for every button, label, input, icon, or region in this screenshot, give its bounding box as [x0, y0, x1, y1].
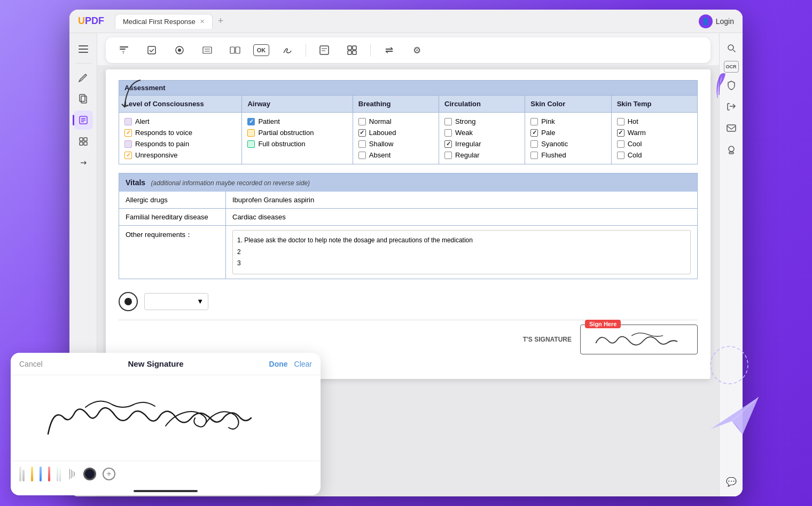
cb-irregular-box[interactable]: [444, 140, 452, 148]
toolbar-form[interactable]: [315, 42, 334, 59]
right-icon-search[interactable]: [723, 39, 740, 57]
right-icon-chat[interactable]: 💬: [723, 473, 740, 490]
modal-done-button[interactable]: Done: [269, 360, 288, 368]
right-icon-ocr[interactable]: OCR: [724, 61, 739, 73]
cb-partial[interactable]: Partial obstruction: [247, 127, 347, 138]
cb-full-box[interactable]: [247, 140, 255, 148]
sidebar-icon-convert[interactable]: [74, 153, 93, 172]
cb-responds-pain-box[interactable]: [124, 140, 132, 148]
cb-cold-box[interactable]: [617, 152, 624, 159]
tab-close-icon[interactable]: ✕: [200, 18, 205, 25]
cb-responds-voice[interactable]: Responds to voice: [124, 127, 236, 138]
cb-weak[interactable]: Weak: [444, 127, 519, 138]
pen-tool-4[interactable]: [48, 467, 50, 481]
cb-full[interactable]: Full obstruction: [247, 138, 347, 149]
cb-flushed-box[interactable]: [530, 152, 538, 159]
document-tab[interactable]: Medical First Response ✕: [115, 14, 213, 29]
toolbar-settings[interactable]: ⚙: [407, 42, 426, 59]
toolbar-list[interactable]: [198, 42, 217, 59]
cb-alert[interactable]: Alert: [124, 116, 236, 127]
sidebar-icon-pages[interactable]: [74, 89, 93, 108]
signature-box[interactable]: Sign Here: [580, 325, 698, 354]
sidebar-icon-annotate[interactable]: [74, 68, 93, 87]
cb-normal[interactable]: Normal: [358, 116, 433, 127]
cb-hot[interactable]: Hot: [617, 116, 692, 127]
pen-tool-1[interactable]: [19, 467, 25, 481]
cb-pale[interactable]: Pale: [530, 127, 605, 138]
cb-strong-box[interactable]: [444, 118, 452, 125]
cb-warm-box[interactable]: [617, 129, 624, 137]
cb-syanotic[interactable]: Syanotic: [530, 138, 605, 149]
sidebar-icon-menu[interactable]: [74, 39, 93, 59]
cb-alert-box[interactable]: [124, 118, 132, 125]
cb-unresponsive-label: Unresponsive: [135, 151, 178, 159]
right-icon-share[interactable]: [723, 98, 740, 115]
pen-tool-3[interactable]: [40, 467, 42, 481]
toolbar-multiline[interactable]: [225, 42, 245, 59]
size-slider[interactable]: [67, 469, 77, 479]
cb-unresponsive[interactable]: Unresponsive: [124, 149, 236, 161]
cb-shallow-box[interactable]: [358, 140, 366, 148]
vitals-other-content[interactable]: 1. Please ask the doctor to help note th…: [232, 230, 691, 274]
pen-blue: [40, 467, 42, 481]
modal-signature-canvas[interactable]: [11, 375, 321, 461]
cb-unresponsive-box[interactable]: [124, 152, 132, 159]
right-icon-stamp[interactable]: [723, 141, 740, 158]
cb-flushed[interactable]: Flushed: [530, 149, 605, 161]
toolbar-align[interactable]: ⇌: [379, 42, 399, 59]
cb-laboued-box[interactable]: [358, 129, 366, 137]
toolbar-ok-button[interactable]: OK: [253, 44, 269, 56]
toolbar-checkbox[interactable]: [142, 42, 161, 59]
cb-responds-voice-box[interactable]: [124, 129, 132, 137]
color-picker-black[interactable]: [83, 468, 96, 480]
cb-cold[interactable]: Cold: [617, 149, 692, 161]
toolbar-signature[interactable]: [278, 42, 297, 59]
cb-hot-box[interactable]: [617, 118, 624, 125]
vitals-other-value[interactable]: 1. Please ask the doctor to help note th…: [226, 226, 697, 279]
cb-patient-box[interactable]: [247, 118, 255, 125]
cb-warm[interactable]: Warm: [617, 127, 692, 138]
dropdown-select[interactable]: ▼: [144, 293, 208, 310]
home-indicator: [134, 490, 198, 492]
cb-regular[interactable]: Regular: [444, 149, 519, 161]
svg-rect-18: [236, 47, 240, 53]
sidebar-icon-forms[interactable]: [74, 110, 93, 130]
cb-syanotic-box[interactable]: [530, 140, 538, 148]
cb-cool-box[interactable]: [617, 140, 624, 148]
cb-weak-box[interactable]: [444, 129, 452, 137]
cb-absent-box[interactable]: [358, 152, 366, 159]
cb-irregular[interactable]: Irregular: [444, 138, 519, 149]
svg-rect-4: [81, 96, 87, 103]
pen-tool-2[interactable]: [31, 467, 33, 481]
cb-regular-box[interactable]: [444, 152, 452, 159]
cb-pale-box[interactable]: [530, 129, 538, 137]
sidebar-icon-organize[interactable]: [74, 132, 93, 151]
cb-normal-box[interactable]: [358, 118, 366, 125]
cb-pink[interactable]: Pink: [530, 116, 605, 127]
modal-cancel-button[interactable]: Cancel: [19, 360, 43, 368]
toolbar-grid[interactable]: [342, 42, 362, 59]
right-icon-mail[interactable]: [723, 120, 740, 137]
add-tool-button[interactable]: +: [103, 468, 115, 480]
toolbar-radio[interactable]: [170, 42, 189, 59]
right-icon-protect[interactable]: [723, 77, 740, 94]
vitals-hereditary-value[interactable]: Cardiac diseases: [226, 209, 697, 225]
svg-rect-10: [120, 46, 128, 48]
cb-partial-box[interactable]: [247, 129, 255, 137]
app-logo: UPDF: [78, 15, 104, 27]
cb-pink-box[interactable]: [530, 118, 538, 125]
cb-absent[interactable]: Absent: [358, 149, 433, 161]
cb-shallow[interactable]: Shallow: [358, 138, 433, 149]
modal-clear-button[interactable]: Clear: [294, 360, 312, 368]
toolbar-text-insert[interactable]: T: [114, 42, 134, 59]
cb-strong[interactable]: Strong: [444, 116, 519, 127]
record-button[interactable]: [119, 292, 138, 311]
cb-laboued[interactable]: Laboued: [358, 127, 433, 138]
login-button[interactable]: 👤 Login: [699, 14, 734, 28]
tab-add-icon[interactable]: +: [215, 15, 227, 27]
cb-patient[interactable]: Patient: [247, 116, 347, 127]
vitals-allergic-value[interactable]: Ibuprofen Granules aspirin: [226, 192, 697, 208]
cb-cool[interactable]: Cool: [617, 138, 692, 149]
cb-responds-pain[interactable]: Responds to pain: [124, 138, 236, 149]
pen-tool-5[interactable]: [57, 467, 61, 481]
